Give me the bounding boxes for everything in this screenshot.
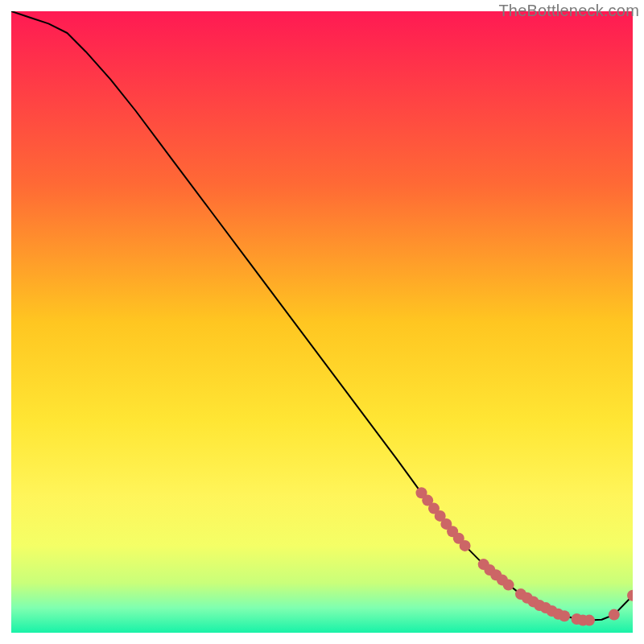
attribution-text: TheBottleneck.com xyxy=(498,2,639,20)
highlight-dot xyxy=(584,615,595,626)
highlight-dot xyxy=(609,609,620,621)
gradient-background xyxy=(11,11,633,633)
plot-area xyxy=(11,11,633,633)
chart-container: TheBottleneck.com xyxy=(0,0,644,644)
highlight-dot xyxy=(559,610,570,621)
highlight-dot xyxy=(460,540,471,551)
chart-svg xyxy=(11,11,633,633)
highlight-dot xyxy=(503,580,514,591)
